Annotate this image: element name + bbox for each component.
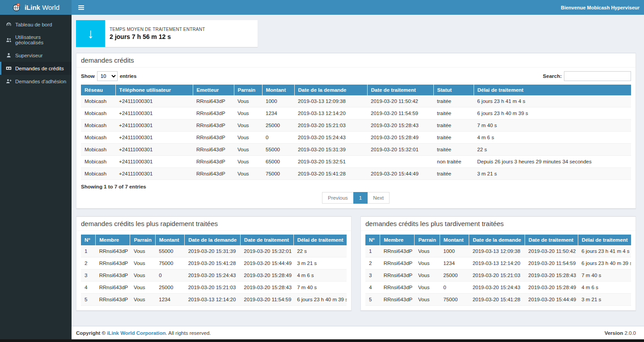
sidebar-item-demandes-adhesion[interactable]: Demandes d'adhésion (0, 75, 72, 88)
table-cell: 2019-03-20 15:32:51 (294, 156, 367, 168)
table-cell: +24111000301 (115, 168, 193, 180)
column-header[interactable]: Montant (440, 235, 469, 245)
table-cell: 2019-03-20 11:50:42 (367, 95, 433, 107)
table-cell: 4 m 6 s (578, 282, 631, 294)
users-icon (5, 37, 12, 43)
table-cell: RRnsi643dP (193, 144, 234, 156)
table-cell: Vous (234, 144, 262, 156)
footer: Copyright © iLink World Corporation. All… (72, 326, 644, 339)
table-cell: 3 (365, 269, 380, 282)
column-header[interactable]: Date de la demande (469, 235, 525, 245)
company-link[interactable]: iLink World Corporation (107, 330, 165, 336)
fastest-processed-panel: demandes crédits les plus rapidement tra… (76, 216, 352, 311)
sidebar-item-utilisateurs-geolocalises[interactable]: Utilisateurs géolocalisés (0, 31, 72, 49)
table-cell: non traitée (433, 156, 474, 168)
column-header[interactable]: Date de traitement (240, 235, 293, 245)
table-cell: Vous (234, 107, 262, 120)
column-header[interactable]: Délai de traitement (293, 235, 347, 245)
sidebar-item-demandes-de-credits[interactable]: Demandes de crédits (0, 62, 72, 75)
table-cell: 4 (81, 282, 96, 294)
table-cell (367, 156, 433, 168)
table-cell: 7 m 40 s (293, 282, 347, 294)
table-cell: 0 (155, 269, 184, 282)
table-cell: RRnsi643dP (380, 269, 415, 282)
pagination-next-button[interactable]: Next (367, 192, 390, 204)
column-header[interactable]: Délai de traitement (474, 85, 631, 95)
column-header[interactable]: Date de la demande (185, 235, 241, 245)
sidebar-item-label: Superviseur (15, 53, 42, 58)
table-cell: RRnsi643dP (193, 95, 234, 107)
top-header: iLink World Bienvenue Mobicash Hypervise… (0, 0, 644, 15)
datatable-controls: Show 10 entries Search: (81, 71, 631, 81)
table-cell: 25000 (440, 269, 469, 282)
search-input[interactable] (564, 71, 631, 81)
table-cell: RRnsi643dP (380, 245, 415, 257)
column-header[interactable]: Téléphone utilisateur (115, 85, 193, 95)
table-cell: Vous (130, 282, 155, 294)
table-cell: RRnsi643dP (380, 294, 415, 306)
sidebar-item-superviseur[interactable]: Superviseur (0, 49, 72, 62)
app-logo[interactable]: iLink World (0, 0, 72, 15)
column-header[interactable]: Montant (262, 85, 294, 95)
credits-table: RéseauTéléphone utilisateurEmetteurParra… (81, 85, 631, 180)
table-cell: 2019-03-20 15:24:43 (185, 269, 241, 282)
table-cell: traitée (433, 95, 474, 107)
table-cell: Vous (234, 95, 262, 107)
table-cell: 2019-03-13 12:09:38 (294, 95, 367, 107)
column-header[interactable]: Membre (96, 235, 130, 245)
table-cell: Mobicash (81, 95, 115, 107)
credits-table-head: RéseauTéléphone utilisateurEmetteurParra… (81, 85, 631, 95)
column-header[interactable]: Date de traitement (525, 235, 578, 245)
welcome-text: Bienvenue Mobicash Hyperviseur (561, 5, 644, 10)
show-label: Show (81, 73, 95, 79)
version-text: Version 2.0.0 (605, 330, 636, 336)
table-cell: 6 jours 23 h 41 m 4 s (578, 245, 631, 257)
table-cell: 4 (365, 282, 380, 294)
table-cell: Vous (415, 269, 440, 282)
table-cell: 2019-03-20 15:21:03 (294, 120, 367, 132)
pagination-page-1-button[interactable]: 1 (353, 192, 368, 204)
sidebar-toggle-button[interactable] (72, 0, 91, 15)
column-header[interactable]: Réseau (81, 85, 115, 95)
pagination-previous-button[interactable]: Previous (322, 192, 354, 204)
table-cell: RRnsi643dP (380, 282, 415, 294)
column-header[interactable]: Parrain (415, 235, 440, 245)
column-header[interactable]: Date de la demande (294, 85, 367, 95)
table-cell: 2019-03-20 15:31:39 (294, 144, 367, 156)
pagination: Previous 1 Next (81, 192, 631, 204)
page-size-select[interactable]: 10 (97, 71, 118, 81)
table-cell: 2019-03-20 15:21:03 (469, 269, 525, 282)
fastest-table-head: N°MembreParrainMontantDate de la demande… (81, 235, 347, 245)
column-header[interactable]: N° (365, 235, 380, 245)
sidebar-item-tableau-de-bord[interactable]: Tableau de bord (0, 18, 72, 31)
credits-panel-title: demandes crédits (76, 53, 636, 68)
table-cell: Mobicash (81, 120, 115, 132)
column-header[interactable]: Statut (433, 85, 474, 95)
column-header[interactable]: Parrain (234, 85, 262, 95)
column-header[interactable]: Délai de traitement (578, 235, 631, 245)
sidebar-item-label: Tableau de bord (15, 22, 52, 27)
table-cell: traitée (433, 107, 474, 120)
table-cell: Vous (130, 294, 155, 306)
logo-globe-icon (12, 3, 21, 12)
table-cell: Depuis 26 jours 3 heures 29 minutes 34 s… (474, 156, 631, 168)
table-cell: 2019-03-13 12:09:38 (469, 245, 525, 257)
hamburger-icon (78, 7, 84, 8)
table-cell: Vous (415, 257, 440, 269)
table-cell: Vous (415, 282, 440, 294)
table-cell: 1000 (440, 245, 469, 257)
table-cell: 2019-03-20 15:24:43 (469, 282, 525, 294)
table-row: Mobicash+24111000301RRnsi643dPVous650002… (81, 156, 631, 168)
column-header[interactable]: Date de traitement (367, 85, 433, 95)
column-header[interactable]: N° (81, 235, 96, 245)
search-control: Search: (543, 71, 631, 81)
table-row: Mobicash+24111000301RRnsi643dPVous02019-… (81, 132, 631, 144)
table-cell: 2019-03-20 15:41:28 (469, 294, 525, 306)
navbar: Bienvenue Mobicash Hyperviseur (72, 0, 644, 15)
column-header[interactable]: Emetteur (193, 85, 234, 95)
column-header[interactable]: Membre (380, 235, 415, 245)
column-header[interactable]: Montant (155, 235, 184, 245)
rights-text: . All rights reserved. (166, 330, 211, 336)
column-header[interactable]: Parrain (130, 235, 155, 245)
table-row: 4RRnsi643dPVous250002019-03-20 15:21:032… (81, 282, 347, 294)
